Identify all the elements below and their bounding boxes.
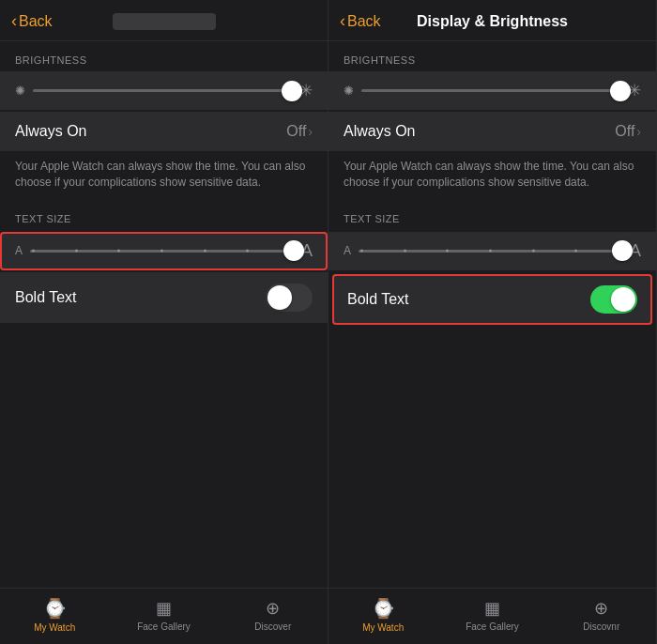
left-content: BRIGHTNESS ✺ ✳ Always On Off › Your Appl… xyxy=(0,41,328,588)
rdot4 xyxy=(489,250,492,253)
face-gallery-icon-right xyxy=(484,597,500,619)
rdot2 xyxy=(404,250,406,253)
text-size-thumb-left xyxy=(283,240,304,261)
rdot5 xyxy=(532,250,535,253)
text-size-slider-left[interactable] xyxy=(30,250,294,253)
bold-text-row-right[interactable]: Bold Text xyxy=(332,274,652,325)
brightness-row-left[interactable]: ✺ ✳ xyxy=(0,71,328,110)
brightness-thumb-right xyxy=(610,81,631,101)
back-label-right: Back xyxy=(347,13,381,30)
dot6 xyxy=(246,250,249,253)
brightness-thumb-left xyxy=(282,81,302,101)
discover-icon-left xyxy=(266,597,280,619)
my-watch-label-left: My Watch xyxy=(34,622,75,633)
text-size-section-label-left: TEXT SIZE xyxy=(0,200,328,230)
bold-text-toggle-thumb-right xyxy=(611,287,635,312)
header-title-right: Display & Brightness xyxy=(417,13,568,30)
left-header: ‹ Back xyxy=(0,0,328,41)
always-on-row-left[interactable]: Always On Off › xyxy=(0,112,328,151)
discover-label-left: Discover xyxy=(254,621,291,632)
right-panel: ‹ Back Display & Brightness BRIGHTNESS ✺… xyxy=(328,0,657,644)
bold-text-row-left[interactable]: Bold Text xyxy=(0,272,328,323)
bold-text-toggle-thumb-left xyxy=(267,285,292,310)
tab-my-watch-right[interactable]: My Watch xyxy=(328,597,437,633)
tab-my-watch-left[interactable]: My Watch xyxy=(0,597,109,633)
dot1 xyxy=(32,250,35,253)
brightness-row-right[interactable]: ✺ ✳ xyxy=(328,71,656,110)
discover-icon-right xyxy=(594,597,608,619)
text-size-a-small-right: A xyxy=(344,244,351,257)
always-on-value-left: Off › xyxy=(286,123,313,140)
tab-discover-left[interactable]: Discover xyxy=(219,597,328,632)
dot3 xyxy=(117,250,120,253)
rdot1 xyxy=(360,250,363,253)
tab-bar-right: My Watch Face Gallery Discovnr xyxy=(328,588,656,644)
brightness-slider-right[interactable] xyxy=(361,89,620,92)
text-size-a-small-left: A xyxy=(15,244,23,257)
left-panel: ‹ Back BRIGHTNESS ✺ ✳ Always On Off › Yo… xyxy=(0,0,328,644)
bold-text-label-left: Bold Text xyxy=(15,289,77,306)
always-on-description-right: Your Apple Watch can always show the tim… xyxy=(328,153,656,200)
discover-label-right: Discovnr xyxy=(583,621,619,632)
dot5 xyxy=(204,250,206,253)
tab-bar-left: My Watch Face Gallery Discover xyxy=(0,588,328,644)
back-chevron-icon: ‹ xyxy=(11,11,17,31)
my-watch-label-right: My Watch xyxy=(362,622,404,633)
always-on-description-left: Your Apple Watch can always show the tim… xyxy=(0,153,328,200)
back-button-left[interactable]: ‹ Back xyxy=(11,11,53,31)
brightness-dim-icon-right: ✺ xyxy=(344,84,354,98)
right-content: BRIGHTNESS ✺ ✳ Always On Off › Your Appl… xyxy=(328,41,656,588)
tab-discover-right[interactable]: Discovnr xyxy=(547,597,656,632)
text-size-section-label-right: TEXT SIZE xyxy=(328,200,656,230)
dot4 xyxy=(160,250,163,253)
text-size-dots-right xyxy=(359,250,622,253)
always-on-value-right: Off › xyxy=(615,123,641,140)
text-size-row-left[interactable]: A A xyxy=(0,232,328,270)
always-on-row-right[interactable]: Always On Off › xyxy=(328,112,656,151)
bold-text-label-right: Bold Text xyxy=(347,291,409,308)
always-on-label-right: Always On xyxy=(344,123,415,140)
face-gallery-label-right: Face Gallery xyxy=(466,621,519,632)
back-button-right[interactable]: ‹ Back xyxy=(340,11,381,31)
rdot6 xyxy=(574,250,577,253)
always-on-chevron-right: › xyxy=(636,124,641,139)
brightness-section-label-right: BRIGHTNESS xyxy=(328,41,656,71)
bold-text-toggle-left[interactable] xyxy=(266,284,313,312)
rdot3 xyxy=(446,250,449,253)
tab-face-gallery-right[interactable]: Face Gallery xyxy=(437,597,546,632)
header-title-placeholder-left xyxy=(113,13,216,30)
brightness-section-label-left: BRIGHTNESS xyxy=(0,41,328,71)
brightness-slider-left[interactable] xyxy=(33,89,292,92)
face-gallery-icon-left xyxy=(156,597,172,619)
right-header: ‹ Back Display & Brightness xyxy=(328,0,656,41)
my-watch-icon-left xyxy=(43,597,67,620)
brightness-dim-icon-left: ✺ xyxy=(15,84,25,98)
tab-face-gallery-left[interactable]: Face Gallery xyxy=(109,597,218,632)
back-label-left: Back xyxy=(19,13,53,30)
text-size-thumb-right xyxy=(612,240,633,261)
dot2 xyxy=(75,250,78,253)
text-size-row-right[interactable]: A A xyxy=(328,232,656,270)
my-watch-icon-right xyxy=(372,597,395,620)
face-gallery-label-left: Face Gallery xyxy=(137,621,191,632)
bold-text-toggle-right[interactable] xyxy=(590,285,637,314)
back-chevron-icon-right: ‹ xyxy=(340,11,345,31)
always-on-chevron-left: › xyxy=(308,124,313,139)
text-size-slider-right[interactable] xyxy=(359,250,622,253)
always-on-label-left: Always On xyxy=(15,123,86,140)
text-size-dots-left xyxy=(30,250,294,253)
